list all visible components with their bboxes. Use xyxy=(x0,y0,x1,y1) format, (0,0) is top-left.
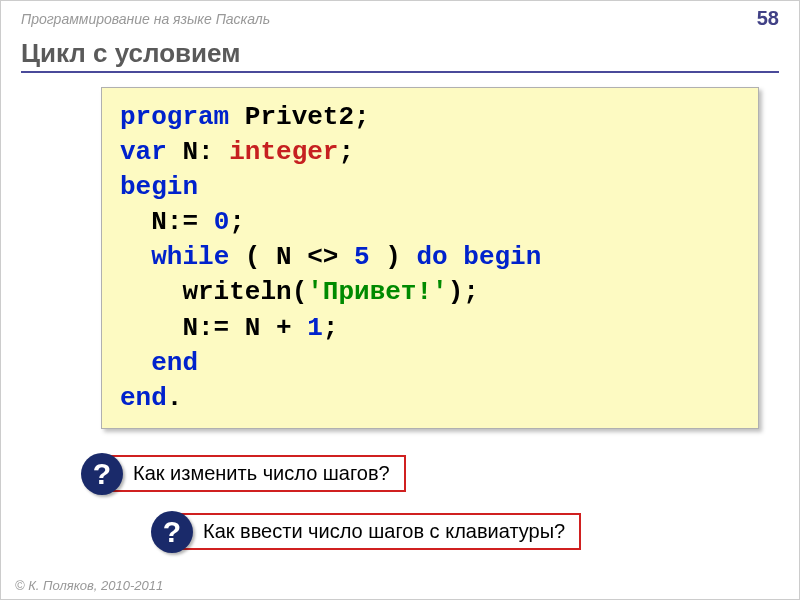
code-text: ; xyxy=(229,207,245,237)
header-title: Программирование на языке Паскаль xyxy=(21,11,270,27)
slide-header: Программирование на языке Паскаль 58 xyxy=(1,1,799,30)
code-text: N: xyxy=(167,137,229,167)
kw-program: program xyxy=(120,102,229,132)
num-one: 1 xyxy=(307,313,323,343)
code-text: ) xyxy=(370,242,417,272)
num-zero: 0 xyxy=(214,207,230,237)
slide-title-wrap: Цикл с условием xyxy=(21,38,779,73)
code-text: ); xyxy=(448,277,479,307)
kw-begin: begin xyxy=(120,172,198,202)
kw-while: while xyxy=(151,242,229,272)
code-text: Privet2; xyxy=(229,102,369,132)
kw-do-begin: do begin xyxy=(416,242,541,272)
kw-end-outer: end xyxy=(120,383,167,413)
code-text: ; xyxy=(323,313,339,343)
question-mark-icon: ? xyxy=(81,453,123,495)
code-text: . xyxy=(167,383,183,413)
slide-title: Цикл с условием xyxy=(21,38,779,69)
kw-var: var xyxy=(120,137,167,167)
code-text: writeln( xyxy=(120,277,307,307)
question-callout-1: ? Как изменить число шагов? xyxy=(81,453,799,495)
callouts: ? Как изменить число шагов? ? Как ввести… xyxy=(1,453,799,553)
code-text xyxy=(120,242,151,272)
code-text: N:= N + xyxy=(120,313,307,343)
code-block: program Privet2; var N: integer; begin N… xyxy=(101,87,759,429)
str-privet: 'Привет!' xyxy=(307,277,447,307)
code-text: ( N <> xyxy=(229,242,354,272)
num-five: 5 xyxy=(354,242,370,272)
question-text-2: Как ввести число шагов с клавиатуры? xyxy=(171,513,581,550)
footer-copyright: © К. Поляков, 2010-2011 xyxy=(15,578,163,593)
code-text: N:= xyxy=(120,207,214,237)
question-text-1: Как изменить число шагов? xyxy=(101,455,406,492)
type-integer: integer xyxy=(229,137,338,167)
page-number: 58 xyxy=(757,7,779,30)
kw-end-inner: end xyxy=(120,348,198,378)
question-mark-icon: ? xyxy=(151,511,193,553)
code-text: ; xyxy=(338,137,354,167)
question-callout-2: ? Как ввести число шагов с клавиатуры? xyxy=(151,511,799,553)
